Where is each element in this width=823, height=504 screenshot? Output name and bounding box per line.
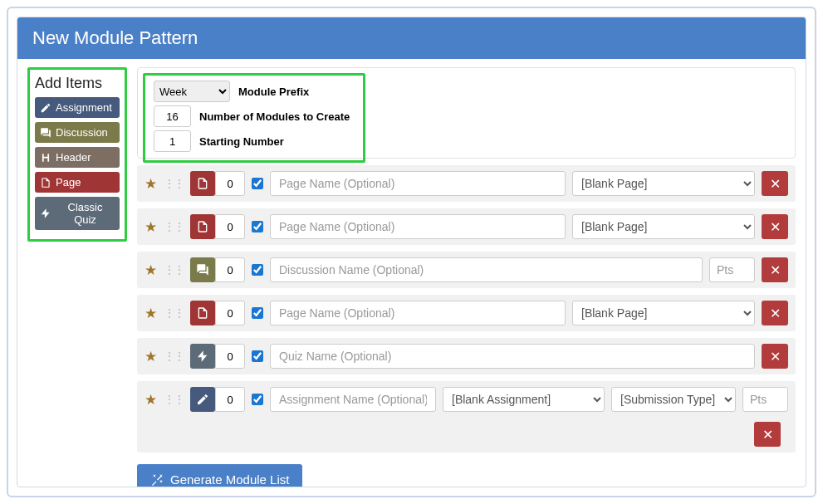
points-input[interactable] bbox=[742, 387, 788, 412]
add-assignment-button[interactable]: Assignment bbox=[35, 97, 120, 118]
module-count-label: Number of Modules to Create bbox=[199, 110, 350, 123]
publish-checkbox[interactable] bbox=[252, 350, 263, 362]
delete-button[interactable]: ✕ bbox=[762, 214, 788, 239]
starting-number-input[interactable] bbox=[154, 130, 191, 152]
delete-button[interactable]: ✕ bbox=[762, 171, 788, 196]
page-template-select[interactable]: [Blank Page] bbox=[572, 214, 755, 239]
header-icon bbox=[40, 152, 51, 164]
generate-label: Generate Module List bbox=[170, 472, 289, 487]
indent-input[interactable] bbox=[215, 301, 245, 325]
drag-handle-icon[interactable]: ⋮⋮ bbox=[164, 393, 184, 406]
indent-input[interactable] bbox=[215, 214, 245, 239]
indent-input[interactable] bbox=[215, 387, 245, 412]
star-icon: ★ bbox=[145, 175, 157, 193]
module-prefix-select[interactable]: Week bbox=[154, 81, 230, 102]
item-name-input[interactable] bbox=[270, 387, 436, 412]
magic-wand-icon bbox=[150, 473, 164, 487]
add-quiz-button[interactable]: Classic Quiz bbox=[35, 197, 120, 230]
item-name-input[interactable] bbox=[270, 257, 703, 282]
points-input[interactable] bbox=[709, 257, 755, 282]
page-icon bbox=[40, 177, 51, 188]
config-box: Week Module Prefix Number of Modules to … bbox=[143, 73, 365, 163]
page-template-select[interactable]: [Blank Page] bbox=[572, 171, 755, 196]
add-discussion-label: Discussion bbox=[56, 126, 108, 139]
item-name-input[interactable] bbox=[270, 301, 566, 325]
add-page-button[interactable]: Page bbox=[35, 172, 120, 193]
submission-type-select[interactable]: [Submission Type] bbox=[611, 387, 736, 412]
delete-button[interactable]: ✕ bbox=[754, 422, 781, 447]
add-discussion-button[interactable]: Discussion bbox=[35, 122, 120, 143]
generate-module-list-button[interactable]: Generate Module List bbox=[137, 464, 302, 487]
add-assignment-label: Assignment bbox=[56, 101, 112, 114]
star-icon: ★ bbox=[145, 305, 157, 322]
page-template-select[interactable]: [Blank Page] bbox=[572, 301, 755, 325]
assignment-template-select[interactable]: [Blank Assignment] bbox=[443, 387, 605, 412]
publish-checkbox[interactable] bbox=[252, 178, 263, 189]
panel-title: New Module Pattern bbox=[17, 17, 806, 59]
assignment-icon bbox=[40, 102, 51, 114]
delete-button[interactable]: ✕ bbox=[762, 301, 788, 325]
starting-number-label: Starting Number bbox=[199, 135, 284, 148]
item-row: ★ ⋮⋮ ✕ bbox=[137, 338, 796, 374]
item-row: ★ ⋮⋮ [Blank Page] ✕ bbox=[137, 295, 796, 331]
star-icon: ★ bbox=[145, 218, 157, 236]
publish-checkbox[interactable] bbox=[252, 221, 263, 232]
add-items-sidebar: Add Items Assignment Discussion Header P… bbox=[27, 67, 127, 242]
indent-input[interactable] bbox=[215, 344, 245, 369]
drag-handle-icon[interactable]: ⋮⋮ bbox=[164, 220, 184, 233]
drag-handle-icon[interactable]: ⋮⋮ bbox=[164, 177, 184, 190]
delete-button[interactable]: ✕ bbox=[762, 257, 788, 282]
module-prefix-label: Module Prefix bbox=[238, 86, 309, 98]
add-header-label: Header bbox=[56, 151, 91, 164]
page-badge bbox=[190, 214, 215, 239]
publish-checkbox[interactable] bbox=[252, 264, 263, 276]
drag-handle-icon[interactable]: ⋮⋮ bbox=[164, 350, 184, 363]
page-badge bbox=[190, 301, 215, 325]
module-count-input[interactable] bbox=[154, 105, 191, 127]
item-row: ★ ⋮⋮ ✕ bbox=[137, 252, 796, 288]
item-name-input[interactable] bbox=[270, 344, 755, 369]
item-row: ★ ⋮⋮ [Blank Page] ✕ bbox=[137, 208, 796, 245]
delete-button[interactable]: ✕ bbox=[762, 344, 788, 369]
item-row: ★ ⋮⋮ [Blank Assignment] [Submission Type… bbox=[137, 381, 796, 453]
indent-input[interactable] bbox=[215, 257, 245, 282]
star-icon: ★ bbox=[145, 391, 157, 409]
add-header-button[interactable]: Header bbox=[35, 147, 120, 168]
item-name-input[interactable] bbox=[270, 171, 566, 196]
add-page-label: Page bbox=[56, 176, 81, 188]
drag-handle-icon[interactable]: ⋮⋮ bbox=[164, 306, 184, 320]
quiz-icon bbox=[40, 208, 51, 219]
star-icon: ★ bbox=[145, 262, 157, 279]
assignment-badge bbox=[190, 387, 215, 412]
discussion-icon bbox=[40, 127, 51, 139]
item-row: ★ ⋮⋮ [Blank Page] ✕ bbox=[137, 165, 796, 202]
star-icon: ★ bbox=[145, 348, 157, 365]
publish-checkbox[interactable] bbox=[252, 307, 263, 319]
item-name-input[interactable] bbox=[270, 214, 566, 239]
discussion-badge bbox=[190, 257, 215, 282]
page-badge bbox=[190, 171, 215, 196]
drag-handle-icon[interactable]: ⋮⋮ bbox=[164, 263, 184, 276]
add-quiz-label: Classic Quiz bbox=[56, 201, 115, 226]
sidebar-title: Add Items bbox=[35, 75, 120, 92]
quiz-badge bbox=[190, 344, 215, 369]
publish-checkbox[interactable] bbox=[252, 394, 263, 405]
indent-input[interactable] bbox=[215, 171, 245, 196]
